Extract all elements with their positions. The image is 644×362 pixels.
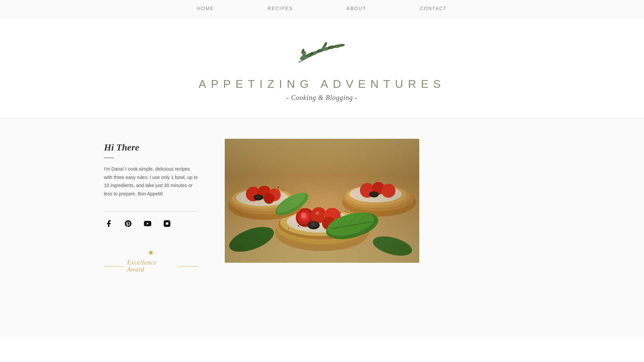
main-section: Hi There I'm Dana! I cook simple, delici… bbox=[0, 119, 644, 337]
main-nav: HOME RECIPES ABOUT CONTACT bbox=[0, 0, 644, 17]
nav-about[interactable]: ABOUT bbox=[320, 6, 393, 11]
award-section: ★ Excellence Award bbox=[104, 248, 198, 273]
svg-point-15 bbox=[334, 46, 336, 48]
svg-point-13 bbox=[317, 50, 319, 52]
facebook-icon[interactable] bbox=[104, 219, 113, 228]
social-divider bbox=[104, 211, 198, 212]
greeting-heading: Hi There bbox=[104, 142, 198, 153]
bio-text: I'm Dana! I cook simple, delicious recip… bbox=[104, 165, 198, 198]
svg-point-14 bbox=[328, 47, 330, 49]
logo-icon bbox=[292, 37, 352, 71]
nav-home[interactable]: HOME bbox=[170, 6, 241, 11]
award-line-container: Excellence Award bbox=[104, 259, 198, 273]
award-star-icon: ★ bbox=[148, 248, 154, 257]
svg-rect-74 bbox=[225, 139, 419, 263]
site-subtitle: - Cooking & Blogging - bbox=[286, 94, 358, 102]
pinterest-icon[interactable] bbox=[123, 219, 133, 228]
award-line-left bbox=[104, 266, 124, 266]
food-image bbox=[225, 139, 419, 263]
food-photo bbox=[225, 139, 419, 263]
site-title: APPETIZING ADVENTURES bbox=[199, 77, 445, 90]
award-line-right bbox=[178, 266, 198, 266]
nav-contact[interactable]: CONTACT bbox=[393, 6, 474, 11]
nav-recipes[interactable]: RECIPES bbox=[241, 6, 320, 11]
award-label: Excellence Award bbox=[127, 259, 175, 273]
youtube-icon[interactable] bbox=[143, 219, 152, 228]
social-icons-row bbox=[104, 219, 198, 228]
svg-point-12 bbox=[311, 52, 313, 55]
left-panel: Hi There I'm Dana! I cook simple, delici… bbox=[104, 139, 198, 316]
greeting-divider bbox=[104, 158, 114, 158]
hero-section: APPETIZING ADVENTURES - Cooking & Bloggi… bbox=[0, 17, 644, 115]
instagram-icon[interactable] bbox=[162, 219, 172, 228]
